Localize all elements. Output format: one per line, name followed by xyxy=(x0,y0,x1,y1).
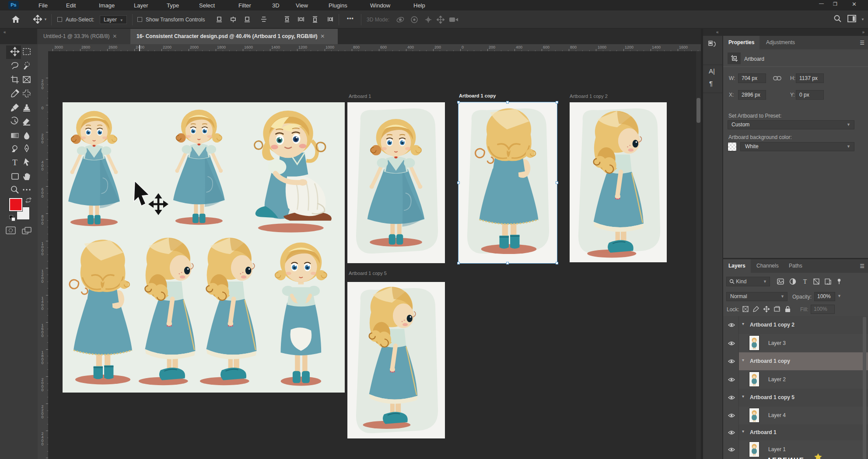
svg-text:T: T xyxy=(803,278,807,285)
svg-text:T: T xyxy=(12,158,18,167)
